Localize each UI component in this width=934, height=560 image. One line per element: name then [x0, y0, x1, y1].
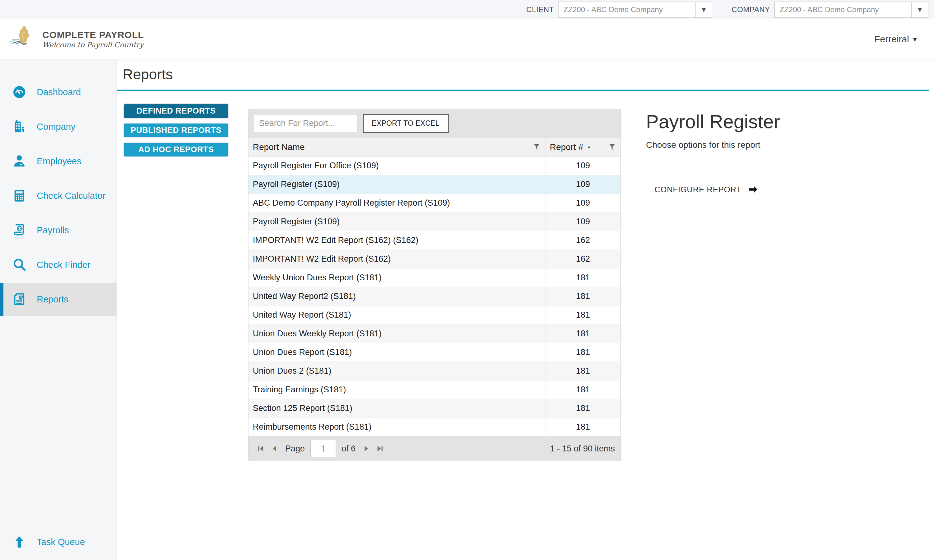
sidebar-item-company[interactable]: Company: [0, 110, 116, 143]
first-page-button[interactable]: [254, 442, 268, 455]
previous-page-button[interactable]: [268, 442, 281, 455]
sidebar-item-employees[interactable]: Employees: [0, 145, 116, 178]
table-row[interactable]: Training Earnings (S181)181: [248, 380, 621, 399]
content-area: Reports DEFINED REPORTSPUBLISHED REPORTS…: [117, 59, 934, 560]
client-label: CLIENT: [527, 5, 554, 14]
report-number-cell: 181: [545, 399, 621, 417]
report-name-cell: IMPORTANT! W2 Edit Report (S162): [248, 250, 545, 268]
user-name: Ferreiral: [874, 34, 909, 45]
report-name-cell: Reimbursements Report (S181): [248, 418, 545, 436]
table-row[interactable]: Payroll Register For Office (S109)109: [248, 157, 621, 175]
configure-report-label: CONFIGURE REPORT: [654, 185, 741, 194]
tab-published-reports[interactable]: PUBLISHED REPORTS: [123, 123, 229, 138]
column-header-label: Report Name: [253, 142, 305, 152]
chevron-down-icon[interactable]: ▼: [695, 2, 712, 17]
table-row[interactable]: Payroll Register (S109)109: [248, 175, 621, 194]
search-input[interactable]: [254, 115, 358, 132]
company-select-value: ZZ200 - ABC Demo Company: [775, 2, 911, 17]
company-label: COMPANY: [732, 5, 770, 14]
sidebar-item-payrolls[interactable]: $Payrolls: [0, 214, 116, 247]
dashboard-icon: [12, 85, 27, 100]
report-name-cell: Section 125 Report (S181): [248, 399, 545, 417]
sidebar-item-task-queue[interactable]: Task Queue: [0, 525, 116, 558]
table-row[interactable]: Section 125 Report (S181)181: [248, 399, 621, 418]
report-name-cell: United Way Report2 (S181): [248, 287, 545, 306]
app-window: CLIENT ZZ200 - ABC Demo Company ▼ COMPAN…: [0, 0, 934, 560]
filter-icon[interactable]: [533, 143, 541, 151]
page-count-label: of 6: [342, 444, 356, 454]
column-header-report-number[interactable]: Report #: [545, 138, 621, 156]
table-row[interactable]: United Way Report (S181)181: [248, 306, 621, 325]
task-queue-icon: [12, 534, 27, 549]
sidebar-item-dashboard[interactable]: Dashboard: [0, 75, 116, 109]
table-row[interactable]: IMPORTANT! W2 Edit Report (S162) (S162)1…: [248, 231, 621, 250]
report-detail-title: Payroll Register: [646, 111, 780, 132]
sort-ascending-icon: [586, 145, 592, 150]
page-number-input[interactable]: [310, 440, 336, 457]
table-row[interactable]: Union Dues Report (S181)181: [248, 343, 621, 362]
sidebar-item-label: Check Finder: [37, 260, 90, 270]
sidebar-item-reports[interactable]: Reports: [0, 283, 116, 316]
export-to-excel-button[interactable]: EXPORT TO EXCEL: [363, 114, 449, 133]
check-finder-icon: [12, 257, 27, 272]
report-name-cell: Payroll Register For Office (S109): [248, 157, 545, 175]
table-row[interactable]: ABC Demo Company Payroll Register Report…: [248, 194, 621, 212]
grid-toolbar: EXPORT TO EXCEL: [248, 109, 621, 138]
table-row[interactable]: Payroll Register (S109)109: [248, 212, 621, 231]
report-number-cell: 181: [545, 380, 621, 399]
table-row[interactable]: Reimbursements Report (S181)181: [248, 418, 621, 437]
report-number-cell: 162: [545, 250, 621, 268]
report-number-cell: 181: [545, 362, 621, 380]
grid-rows: Payroll Register For Office (S109)109Pay…: [248, 157, 621, 437]
company-select[interactable]: ZZ200 - ABC Demo Company ▼: [774, 2, 928, 18]
sidebar-nav: DashboardCompanyEmployeesCheck Calculato…: [0, 75, 116, 317]
sidebar-item-check-calculator[interactable]: Check Calculator: [0, 179, 116, 212]
grid-header-row: Report Name Report #: [248, 138, 621, 157]
report-number-cell: 181: [545, 325, 621, 343]
svg-text:$: $: [18, 226, 21, 231]
column-header-label: Report #: [550, 142, 583, 152]
report-name-cell: Training Earnings (S181): [248, 380, 545, 399]
report-number-cell: 181: [545, 418, 621, 436]
filter-icon[interactable]: [608, 143, 616, 151]
report-number-cell: 181: [545, 287, 621, 306]
table-row[interactable]: Union Dues Weekly Report (S181)181: [248, 325, 621, 343]
sidebar: DashboardCompanyEmployeesCheck Calculato…: [0, 59, 117, 560]
report-tabs: DEFINED REPORTSPUBLISHED REPORTSAD HOC R…: [123, 103, 229, 157]
sidebar-item-label: Company: [37, 122, 76, 132]
user-menu[interactable]: Ferreiral ▼: [874, 34, 917, 45]
report-number-cell: 181: [545, 306, 621, 324]
report-detail-panel: Payroll Register Choose options for this…: [646, 111, 780, 199]
report-number-cell: 181: [545, 268, 621, 287]
page-title: Reports: [123, 66, 929, 83]
tab-defined-reports[interactable]: DEFINED REPORTS: [123, 103, 229, 119]
report-number-cell: 109: [545, 175, 621, 194]
column-header-report-name[interactable]: Report Name: [248, 138, 545, 156]
table-row[interactable]: Union Dues 2 (S181)181: [248, 362, 621, 380]
client-select-value: ZZ200 - ABC Demo Company: [558, 2, 695, 17]
table-row[interactable]: United Way Report2 (S181)181: [248, 287, 621, 306]
report-number-cell: 162: [545, 231, 621, 249]
brand-logo: COMPLETE PAYROLL Welcome to Payroll Coun…: [8, 24, 144, 55]
report-number-cell: 109: [545, 212, 621, 231]
client-select[interactable]: ZZ200 - ABC Demo Company ▼: [558, 2, 712, 18]
pinecone-logo-icon: [8, 24, 40, 55]
report-number-cell: 109: [545, 157, 621, 175]
reports-grid: EXPORT TO EXCEL Report Name Report #: [248, 109, 621, 461]
configure-report-button[interactable]: CONFIGURE REPORT: [646, 180, 767, 199]
tab-ad-hoc-reports[interactable]: AD HOC REPORTS: [123, 142, 229, 157]
chevron-down-icon[interactable]: ▼: [911, 2, 928, 17]
table-row[interactable]: IMPORTANT! W2 Edit Report (S162)162: [248, 250, 621, 268]
brand-tagline: Welcome to Payroll Country: [42, 41, 144, 49]
table-row[interactable]: Weekly Union Dues Report (S181)181: [248, 268, 621, 287]
report-name-cell: Union Dues 2 (S181): [248, 362, 545, 380]
reports-icon: [12, 292, 27, 307]
arrow-right-icon: [748, 184, 759, 195]
last-page-button[interactable]: [373, 442, 387, 455]
report-detail-subtitle: Choose options for this report: [646, 140, 780, 150]
sidebar-item-label: Check Calculator: [37, 191, 106, 201]
sidebar-item-check-finder[interactable]: Check Finder: [0, 248, 116, 281]
company-icon: [12, 119, 27, 134]
next-page-button[interactable]: [359, 442, 373, 455]
app-header: COMPLETE PAYROLL Welcome to Payroll Coun…: [0, 19, 934, 59]
